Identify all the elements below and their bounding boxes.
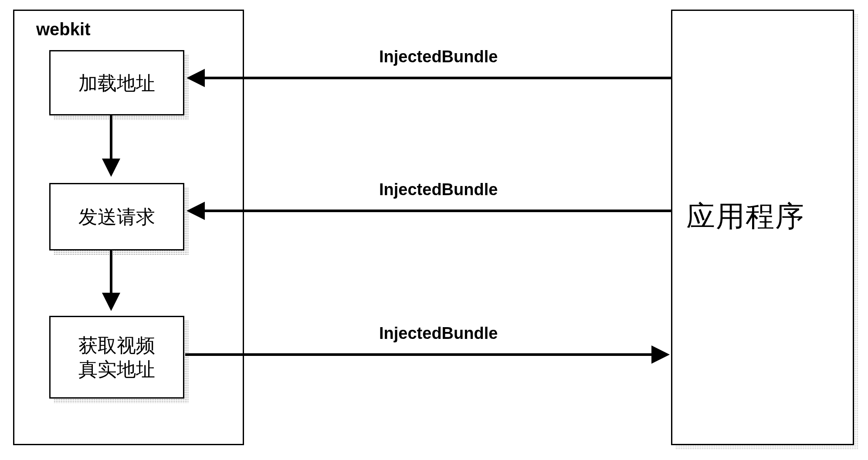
arrows-layer <box>9 6 858 455</box>
diagram-root: webkit 加载地址 发送请求 获取视频 真实地址 应用程序 Injected… <box>9 6 858 455</box>
